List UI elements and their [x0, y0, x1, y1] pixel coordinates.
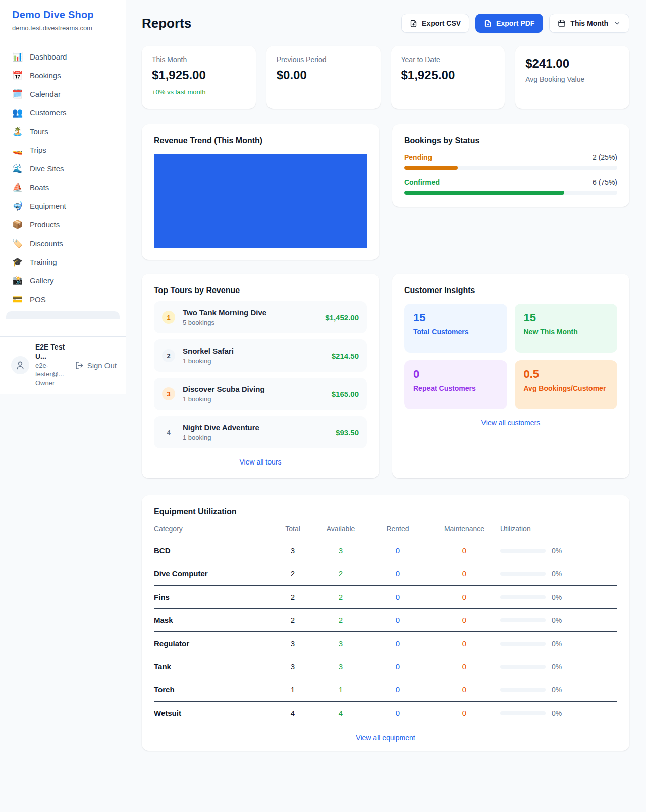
top-tours-title: Top Tours by Revenue — [154, 286, 367, 295]
sidebar-item-label: Training — [30, 258, 57, 266]
sidebar-item-discounts[interactable]: 🏷️ Discounts — [0, 234, 126, 253]
tile-avg-bookings: 0.5 Avg Bookings/Customer — [515, 360, 618, 409]
page-title: Reports — [142, 16, 191, 31]
sidebar-item-dashboard[interactable]: 📊 Dashboard — [0, 47, 126, 66]
tile-label: Avg Bookings/Customer — [524, 384, 609, 392]
equipment-utilization-title: Equipment Utilization — [154, 507, 617, 516]
tour-bookings: 1 booking — [183, 434, 259, 441]
tile-label: Repeat Customers — [413, 384, 498, 392]
user-icon — [15, 360, 25, 370]
sign-out-label: Sign Out — [87, 361, 117, 370]
sidebar-item-dive-sites[interactable]: 🌊 Dive Sites — [0, 159, 126, 178]
brand: Demo Dive Shop demo.test.divestreams.com — [0, 0, 126, 40]
bookings-icon: 📅 — [12, 71, 22, 80]
status-bar-track — [404, 191, 617, 195]
stat-card-this-month: This Month $1,925.00 +0% vs last month — [142, 46, 256, 109]
sign-out-button[interactable]: Sign Out — [75, 361, 117, 370]
tour-bookings: 1 booking — [183, 395, 265, 403]
chevron-down-icon — [614, 20, 621, 27]
sidebar-item-label: Products — [30, 220, 60, 229]
sidebar-item-label: Dive Sites — [30, 164, 64, 173]
table-row: Wetsuit 4 4 0 0 0% — [154, 702, 617, 724]
sidebar-item-products[interactable]: 📦 Products — [0, 215, 126, 234]
sidebar-item-label: Dashboard — [30, 52, 67, 61]
sidebar-item-trips[interactable]: 🚤 Trips — [0, 141, 126, 159]
table-row: Regulator 3 3 0 0 0% — [154, 632, 617, 655]
customer-insights-card: Customer Insights 15 Total Customers 15 … — [392, 274, 629, 478]
charts-row: Revenue Trend (This Month) Bookings by S… — [142, 124, 629, 260]
view-all-equipment-link[interactable]: View all equipment — [154, 734, 617, 742]
insight-tiles: 15 Total Customers 15 New This Month 0 R… — [404, 304, 617, 409]
sidebar-item-gallery[interactable]: 📸 Gallery — [0, 271, 126, 290]
col-category: Category — [154, 525, 271, 533]
tile-value: 0 — [413, 368, 498, 381]
sidebar-item-label: Boats — [30, 183, 49, 192]
tile-repeat-customers: 0 Repeat Customers — [404, 360, 507, 409]
tour-revenue: $214.50 — [332, 352, 359, 360]
sidebar-item-reports-partial[interactable] — [6, 311, 120, 319]
tile-value: 15 — [413, 311, 498, 324]
stat-value: $241.00 — [525, 56, 619, 71]
status-bar-fill — [404, 166, 458, 170]
sidebar-item-customers[interactable]: 👥 Customers — [0, 103, 126, 122]
view-all-tours-link[interactable]: View all tours — [154, 458, 367, 466]
utilization-bar — [500, 711, 546, 715]
view-all-customers-link[interactable]: View all customers — [404, 419, 617, 427]
col-available: Available — [314, 525, 367, 533]
tour-bookings: 5 bookings — [183, 319, 266, 326]
sidebar-item-equipment[interactable]: 🤿 Equipment — [0, 197, 126, 215]
period-label: This Month — [570, 19, 608, 27]
stat-value: $1,925.00 — [401, 68, 495, 82]
stat-card-avg-booking-value: $241.00 Avg Booking Value — [515, 46, 629, 109]
sidebar-item-pos[interactable]: 💳 POS — [0, 290, 126, 309]
sidebar-item-bookings[interactable]: 📅 Bookings — [0, 66, 126, 85]
col-rented: Rented — [367, 525, 428, 533]
tile-label: New This Month — [524, 328, 609, 336]
sidebar-item-label: Customers — [30, 108, 67, 117]
sidebar-item-label: Equipment — [30, 202, 66, 210]
equipment-utilization-card: Equipment Utilization Category Total Ava… — [142, 495, 629, 751]
sidebar-item-label: Bookings — [30, 71, 61, 80]
tile-value: 0.5 — [524, 368, 609, 381]
export-pdf-label: Export PDF — [496, 19, 534, 27]
stat-label: Previous Period — [277, 55, 370, 64]
user-meta: E2E Test U... e2e-tester@... Owner — [35, 343, 69, 387]
period-dropdown[interactable]: This Month — [549, 14, 629, 33]
rank-badge: 2 — [162, 349, 175, 362]
avatar — [11, 356, 29, 374]
sidebar-item-training[interactable]: 🎓 Training — [0, 253, 126, 271]
calendar-icon: 🗓️ — [12, 90, 22, 98]
pos-icon: 💳 — [12, 295, 22, 304]
customer-insights-title: Customer Insights — [404, 286, 617, 295]
sidebar-item-label: Tours — [30, 127, 48, 136]
boats-icon: ⛵ — [12, 183, 22, 192]
export-csv-button[interactable]: Export CSV — [401, 14, 469, 33]
stat-value: $1,925.00 — [152, 68, 246, 82]
sidebar: Demo Dive Shop demo.test.divestreams.com… — [0, 0, 126, 394]
tours-icon: 🏝️ — [12, 127, 22, 136]
products-icon: 📦 — [12, 220, 22, 229]
stat-label: Avg Booking Value — [525, 75, 619, 83]
col-maintenance: Maintenance — [428, 525, 500, 533]
export-pdf-button[interactable]: Export PDF — [475, 14, 543, 33]
status-group-pending: Pending 2 (25%) — [404, 153, 617, 170]
page-header: Reports Export CSV Export PDF This Month — [142, 14, 629, 33]
main-content: Reports Export CSV Export PDF This Month… — [126, 0, 646, 751]
sidebar-item-boats[interactable]: ⛵ Boats — [0, 178, 126, 197]
stat-label: This Month — [152, 55, 246, 64]
sidebar-item-tours[interactable]: 🏝️ Tours — [0, 122, 126, 141]
tour-revenue: $165.00 — [332, 390, 359, 398]
top-tours-card: Top Tours by Revenue 1 Two Tank Morning … — [142, 274, 379, 478]
utilization-bar — [500, 665, 546, 669]
export-csv-label: Export CSV — [422, 19, 461, 27]
tour-row: 3 Discover Scuba Diving 1 booking $165.0… — [154, 378, 367, 410]
stat-cards: This Month $1,925.00 +0% vs last month P… — [142, 46, 629, 109]
status-count: 6 (75%) — [593, 178, 617, 186]
sidebar-item-calendar[interactable]: 🗓️ Calendar — [0, 85, 126, 103]
tour-name: Night Dive Adventure — [183, 423, 259, 432]
trips-icon: 🚤 — [12, 146, 22, 154]
stat-label: Year to Date — [401, 55, 495, 64]
training-icon: 🎓 — [12, 258, 22, 266]
tour-row: 1 Two Tank Morning Dive 5 bookings $1,45… — [154, 301, 367, 333]
revenue-trend-chart — [154, 154, 367, 248]
